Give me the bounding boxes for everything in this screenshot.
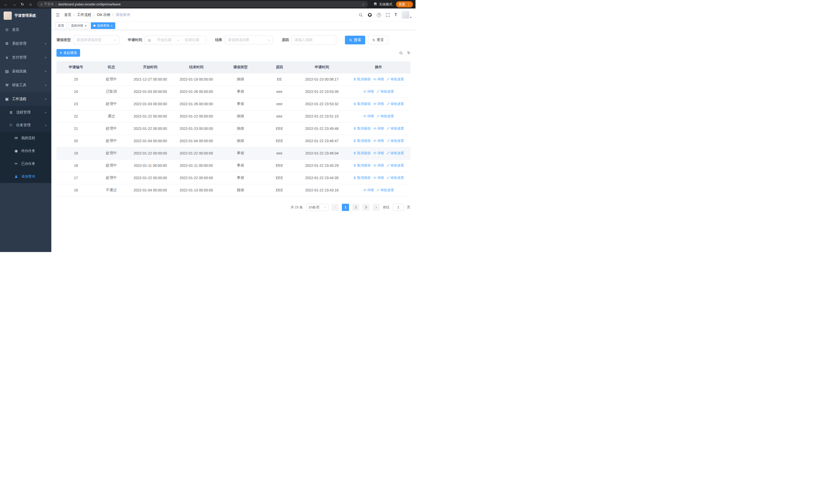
cell-status: 不通过 — [95, 184, 127, 196]
sidebar-item-my-process[interactable]: ✉ 我的流程 — [0, 131, 51, 145]
collapse-sidebar-icon[interactable] — [55, 12, 60, 17]
approval-progress-link[interactable]: 审批进度 — [386, 151, 404, 155]
search-toggle-button[interactable] — [399, 51, 403, 55]
cancel-leave-link[interactable]: 取消请假 — [353, 176, 371, 180]
tab-process-detail[interactable]: 流程详情 × — [68, 22, 89, 29]
search-button[interactable]: 搜索 — [345, 36, 365, 45]
col-leave-type: 请假类型 — [219, 61, 261, 73]
approval-progress-link[interactable]: 审批进度 — [386, 77, 404, 82]
process-list-icon: ≣ — [9, 110, 13, 115]
sidebar-item-label: 流程管理 — [16, 110, 42, 115]
detail-link[interactable]: 详情 — [373, 139, 384, 143]
refresh-table-button[interactable]: ↻ — [407, 51, 410, 55]
cell-type: 婚假 — [219, 184, 261, 196]
detail-link[interactable]: 详情 — [373, 163, 384, 168]
breadcrumb: 首页 / 工作流程 / OA 示例 / 请假查询 — [64, 12, 130, 17]
cancel-leave-link[interactable]: 取消请假 — [353, 139, 371, 143]
cell-end: 2022-01-11 00:00:00 — [173, 159, 219, 172]
detail-link[interactable]: 详情 — [373, 126, 384, 131]
sidebar-item-done-tasks[interactable]: ✂ 已办任务 — [0, 157, 51, 170]
cell-id: 21 — [56, 122, 95, 135]
reason-input[interactable]: 请输入原因 — [291, 36, 336, 45]
goto-page-input[interactable]: 1 — [393, 204, 404, 211]
approval-progress-link[interactable]: 审批进度 — [386, 101, 404, 106]
user-menu[interactable]: ▾ — [402, 11, 411, 19]
sidebar-item-system-mgmt[interactable]: ⚙ 系统管理 ∨ — [0, 37, 51, 51]
approval-progress-link[interactable]: 审批进度 — [386, 139, 404, 143]
back-button[interactable]: ← — [3, 1, 9, 8]
incognito-badge: 无痕模式 — [371, 2, 395, 7]
approval-progress-link[interactable]: 审批进度 — [386, 163, 404, 168]
update-button[interactable]: 更新 ⋮ — [396, 1, 413, 7]
breadcrumb-item-oa-example[interactable]: OA 示例 — [97, 12, 110, 17]
page-button-1[interactable]: 1 — [342, 204, 349, 211]
menu-dots-icon[interactable]: ⋮ — [407, 2, 410, 6]
prev-page-button[interactable]: ‹ — [332, 204, 339, 211]
sidebar-item-task-mgmt[interactable]: ⚐ 任务管理 ∧ — [0, 119, 51, 131]
col-start-time: 开始时间 — [127, 61, 173, 73]
cancel-leave-link[interactable]: 取消请假 — [353, 77, 371, 82]
approval-progress-link[interactable]: 审批进度 — [376, 188, 394, 192]
sidebar-item-infrastructure[interactable]: ▤ 基础设施 ∨ — [0, 64, 51, 78]
detail-link[interactable]: 详情 — [373, 151, 384, 155]
apply-time-range-input[interactable]: ▦ 开始日期 - 结束日期 — [145, 36, 206, 45]
cell-reason: EEE — [262, 135, 297, 147]
action-label: 审批进度 — [381, 89, 394, 94]
next-page-button[interactable]: › — [373, 204, 380, 211]
avatar — [402, 11, 409, 19]
warning-icon: ⚠ — [40, 2, 43, 6]
logo[interactable]: 芋道管理系统 — [0, 8, 51, 23]
search-icon[interactable] — [359, 13, 363, 17]
page-size-select[interactable]: 10条/页 ∨ — [306, 204, 328, 211]
cancel-leave-link[interactable]: 取消请假 — [353, 101, 371, 106]
detail-link[interactable]: 详情 — [363, 114, 374, 119]
detail-link[interactable]: 详情 — [373, 101, 384, 106]
result-select[interactable]: 请选择流结果 ∨ — [225, 36, 273, 45]
action-label: 取消请假 — [357, 77, 371, 82]
sidebar-item-dev-tools[interactable]: ⚒ 研发工具 ∨ — [0, 78, 51, 92]
approval-progress-link[interactable]: 审批进度 — [386, 176, 404, 180]
page-button-3[interactable]: 3 — [362, 204, 370, 211]
create-leave-button[interactable]: + 发起请假 — [56, 49, 80, 57]
approval-progress-link[interactable]: 审批进度 — [386, 126, 404, 131]
reload-button[interactable]: ↻ — [19, 1, 26, 8]
sidebar-item-todo-tasks[interactable]: ◉ 待办任务 — [0, 145, 51, 157]
close-icon[interactable]: × — [111, 24, 113, 27]
sidebar-item-process-mgmt[interactable]: ≣ 流程管理 ∨ — [0, 106, 51, 119]
forward-button[interactable]: → — [11, 1, 18, 8]
sidebar-item-payment-mgmt[interactable]: ¥ 支付管理 ∨ — [0, 51, 51, 64]
help-icon[interactable]: ? — [377, 13, 381, 17]
chevron-down-icon: ∨ — [45, 111, 47, 114]
security-warning[interactable]: ⚠ 不安全 — [40, 2, 54, 6]
cancel-leave-link[interactable]: 取消请假 — [353, 126, 371, 131]
leave-type-select[interactable]: 请选择请假类型 ∨ — [74, 36, 119, 45]
github-icon[interactable] — [368, 12, 372, 17]
navbar: 首页 / 工作流程 / OA 示例 / 请假查询 ? T — [51, 8, 416, 21]
cancel-leave-link[interactable]: 取消请假 — [353, 163, 371, 168]
approval-progress-link[interactable]: 审批进度 — [376, 89, 394, 94]
fullscreen-icon[interactable] — [386, 13, 390, 17]
cell-end: 2022-01-04 00:00:00 — [173, 135, 219, 147]
breadcrumb-item-home[interactable]: 首页 — [64, 12, 71, 17]
breadcrumb-item-workflow[interactable]: 工作流程 — [77, 12, 91, 17]
sidebar-item-workflow[interactable]: ▣ 工作流程 ∧ — [0, 92, 51, 106]
detail-link[interactable]: 详情 — [363, 89, 374, 94]
home-button[interactable]: ⌂ — [27, 1, 34, 8]
page-button-2[interactable]: 2 — [352, 204, 359, 211]
close-icon[interactable]: × — [85, 24, 87, 27]
detail-link[interactable]: 详情 — [373, 77, 384, 82]
detail-link[interactable]: 详情 — [363, 188, 374, 192]
tab-home[interactable]: 首页 — [55, 22, 67, 29]
sidebar-item-leave-query[interactable]: ♟ 请假查询 — [0, 170, 51, 183]
bookmark-star-icon[interactable]: ☆ — [362, 2, 365, 6]
approval-progress-link[interactable]: 审批进度 — [376, 114, 394, 119]
font-size-icon[interactable]: T — [395, 12, 397, 17]
address-bar[interactable]: ⚠ 不安全 dashboard.yudao.iocoder.cn/bpm/oa/… — [37, 1, 368, 7]
reset-button-label: 重置 — [377, 38, 384, 42]
cancel-leave-link[interactable]: 取消请假 — [353, 151, 371, 155]
detail-link[interactable]: 详情 — [373, 176, 384, 180]
sidebar-item-home[interactable]: ⊙ 首页 — [0, 23, 51, 37]
tab-leave-query[interactable]: 请假查询 × — [91, 22, 115, 29]
cell-status: 处理中 — [95, 172, 127, 184]
reset-button[interactable]: ↻ 重置 — [368, 36, 388, 45]
